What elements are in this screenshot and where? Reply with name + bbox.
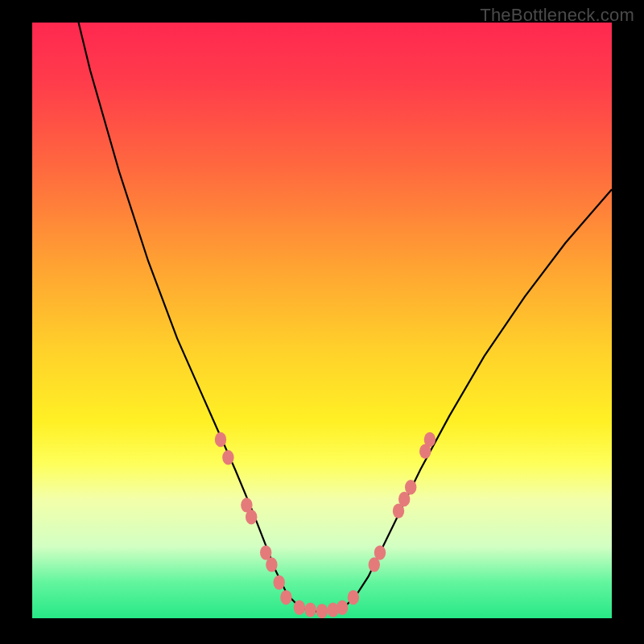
marker-dot [336,601,348,615]
curve-svg [32,23,612,618]
marker-dot [405,480,416,494]
watermark-text: TheBottleneck.com [480,5,634,26]
marker-dot [215,432,226,447]
marker-dot [222,450,233,464]
marker-dot [246,510,257,524]
bottleneck-curve [32,23,612,612]
marker-dot [424,432,436,447]
marker-dot [274,575,285,589]
marker-dots [215,432,436,618]
plot-area [32,23,612,618]
marker-dot [304,602,316,617]
marker-dot [294,601,305,615]
marker-dot [374,545,386,559]
chart-frame: TheBottleneck.com [0,0,644,644]
marker-dot [316,604,328,618]
marker-dot [280,590,291,605]
marker-dot [266,557,277,572]
marker-dot [348,590,359,605]
